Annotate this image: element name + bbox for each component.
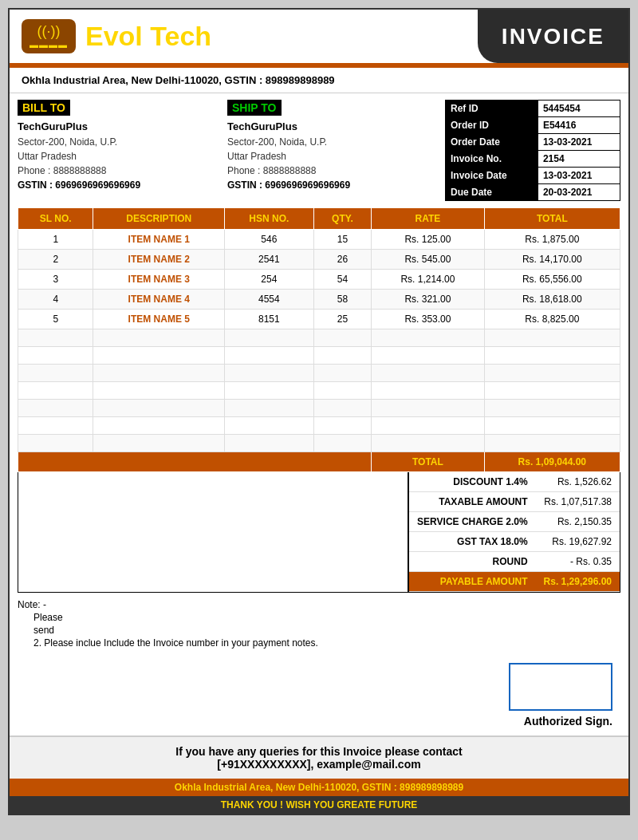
- ship-to-section: SHIP TO TechGuruPlus Sector-200, Noida, …: [227, 100, 429, 192]
- invoice-title: INVOICE: [502, 24, 605, 49]
- item-desc: ITEM NAME 3: [93, 270, 225, 290]
- bill-gstin: GSTIN : 6969696969696969: [18, 178, 219, 192]
- table-row-empty: [18, 347, 620, 365]
- ref-id-label: Ref ID: [446, 101, 538, 117]
- service-label: SERVICE CHARGE 2.0%: [409, 512, 536, 532]
- ship-gstin: GSTIN : 6969696969696969: [227, 178, 429, 192]
- item-qty: 58: [313, 290, 372, 310]
- company-address: Okhla Industrial Area, New Delhi-110020,…: [10, 68, 628, 93]
- summary-service: SERVICE CHARGE 2.0% Rs. 2,150.35: [409, 512, 620, 532]
- company-name-highlight: Evol Tech: [85, 21, 211, 51]
- summary-right: DISCOUNT 1.4% Rs. 1,526.62 TAXABLE AMOUN…: [409, 472, 620, 592]
- bill-to-label: BILL TO: [18, 100, 70, 116]
- summary-discount: DISCOUNT 1.4% Rs. 1,526.62: [409, 472, 620, 492]
- col-total: TOTAL: [484, 208, 620, 230]
- note-line2: send: [33, 625, 620, 636]
- router-icon: ▬▬▬▬: [30, 40, 68, 49]
- table-row-empty: [18, 329, 620, 347]
- item-rate: Rs. 321.00: [372, 290, 484, 310]
- item-total: Rs. 18,618.00: [484, 290, 620, 310]
- order-date-label: Order Date: [446, 134, 538, 151]
- item-total: Rs. 14,170.00: [484, 250, 620, 270]
- item-sl: 2: [18, 250, 93, 270]
- payable-label: PAYABLE AMOUNT: [409, 572, 536, 592]
- gst-value: Rs. 19,627.92: [536, 532, 620, 552]
- info-row-orderid: Order ID E54416: [446, 117, 620, 134]
- discount-label: DISCOUNT 1.4%: [409, 472, 536, 492]
- item-hsn: 546: [225, 230, 313, 250]
- company-name: Evol Tech: [85, 21, 211, 52]
- info-row-refid: Ref ID 5445454: [446, 101, 620, 117]
- order-id-label: Order ID: [446, 117, 538, 134]
- bill-address2: Uttar Pradesh: [18, 149, 219, 164]
- bill-to-content: TechGuruPlus Sector-200, Noida, U.P. Utt…: [18, 119, 219, 192]
- item-rate: Rs. 125.00: [372, 230, 484, 250]
- col-rate: RATE: [372, 208, 484, 230]
- note-line1: Please: [33, 612, 620, 623]
- ship-address1: Sector-200, Noida, U.P.: [227, 135, 429, 149]
- summary-section: DISCOUNT 1.4% Rs. 1,526.62 TAXABLE AMOUN…: [18, 472, 620, 593]
- table-total-row: TOTAL Rs. 1,09,044.00: [18, 452, 620, 472]
- col-qty: QTY.: [313, 208, 372, 230]
- table-row: 3 ITEM NAME 3 254 54 Rs. 1,214.00 Rs. 65…: [18, 270, 620, 290]
- col-slno: SL NO.: [18, 208, 93, 230]
- logo-area: ((·)) ▬▬▬▬ Evol Tech: [10, 10, 478, 63]
- header: ((·)) ▬▬▬▬ Evol Tech INVOICE: [10, 10, 628, 63]
- service-value: Rs. 2,150.35: [536, 512, 620, 532]
- summary-payable: PAYABLE AMOUNT Rs. 1,29,296.00: [409, 572, 620, 592]
- invoice-no-label: Invoice No.: [446, 151, 538, 168]
- item-rate: Rs. 353.00: [372, 310, 484, 329]
- discount-value: Rs. 1,526.62: [536, 472, 620, 492]
- item-sl: 1: [18, 230, 93, 250]
- item-hsn: 254: [225, 270, 313, 290]
- bill-address1: Sector-200, Noida, U.P.: [18, 135, 219, 149]
- order-id-value: E54416: [538, 117, 620, 134]
- item-desc: ITEM NAME 5: [93, 310, 225, 329]
- due-date-value: 20-03-2021: [538, 184, 620, 201]
- taxable-label: TAXABLE AMOUNT: [409, 492, 536, 512]
- invoice-info-table: Ref ID 5445454 Order ID E54416 Order Dat…: [445, 100, 620, 201]
- info-row-invoicedate: Invoice Date 13-03-2021: [446, 168, 620, 184]
- invoice-title-box: INVOICE: [478, 10, 628, 63]
- item-sl: 3: [18, 270, 93, 290]
- invoice-date-label: Invoice Date: [446, 168, 538, 184]
- invoice-date-value: 13-03-2021: [538, 168, 620, 184]
- summary-taxable: TAXABLE AMOUNT Rs. 1,07,517.38: [409, 492, 620, 512]
- gst-label: GST TAX 18.0%: [409, 532, 536, 552]
- round-value: - Rs. 0.35: [536, 552, 620, 572]
- bill-company: TechGuruPlus: [18, 119, 219, 135]
- ship-to-content: TechGuruPlus Sector-200, Noida, U.P. Utt…: [227, 119, 429, 192]
- item-hsn: 4554: [225, 290, 313, 310]
- table-row: 4 ITEM NAME 4 4554 58 Rs. 321.00 Rs. 18,…: [18, 290, 620, 310]
- col-description: DESCRIPTION: [93, 208, 225, 230]
- ship-to-label: SHIP TO: [227, 100, 282, 116]
- table-row-empty: [18, 382, 620, 400]
- signature-box: [509, 663, 612, 711]
- item-desc: ITEM NAME 4: [93, 290, 225, 310]
- item-qty: 26: [313, 250, 372, 270]
- total-spacer: [18, 452, 372, 472]
- table-row: 1 ITEM NAME 1 546 15 Rs. 125.00 Rs. 1,87…: [18, 230, 620, 250]
- item-sl: 5: [18, 310, 93, 329]
- item-rate: Rs. 545.00: [372, 250, 484, 270]
- bill-ship-info-row: BILL TO TechGuruPlus Sector-200, Noida, …: [10, 93, 628, 207]
- taxable-value: Rs. 1,07,517.38: [536, 492, 620, 512]
- order-date-value: 13-03-2021: [538, 134, 620, 151]
- summary-round: ROUND - Rs. 0.35: [409, 552, 620, 572]
- info-row-orderdate: Order Date 13-03-2021: [446, 134, 620, 151]
- item-total: Rs. 8,825.00: [484, 310, 620, 329]
- invoice-no-value: 2154: [538, 151, 620, 168]
- info-table: Ref ID 5445454 Order ID E54416 Order Dat…: [445, 100, 620, 201]
- due-date-label: Due Date: [446, 184, 538, 201]
- total-label: TOTAL: [372, 452, 484, 472]
- table-row-empty: [18, 400, 620, 417]
- bill-phone: Phone : 8888888888: [18, 164, 219, 178]
- footer-query-line1: If you have any queries for this Invoice…: [18, 745, 620, 758]
- item-qty: 25: [313, 310, 372, 329]
- info-row-duedate: Due Date 20-03-2021: [446, 184, 620, 201]
- company-logo-icon: ((·)) ▬▬▬▬: [22, 19, 76, 53]
- sign-box-wrapper: Authorized Sign.: [509, 663, 612, 728]
- item-hsn: 8151: [225, 310, 313, 329]
- item-sl: 4: [18, 290, 93, 310]
- ref-id-value: 5445454: [538, 101, 620, 117]
